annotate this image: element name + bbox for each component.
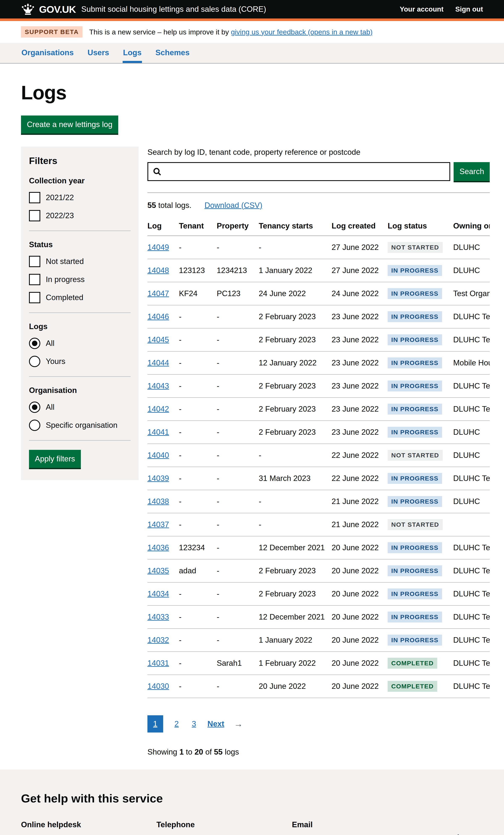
- filters-heading: Filters: [29, 156, 130, 166]
- cell-owning-organisation: DLUHC: [453, 444, 490, 467]
- filter-divider: [29, 312, 130, 313]
- checkbox-icon[interactable]: [29, 274, 40, 285]
- checkbox-icon[interactable]: [29, 292, 40, 303]
- table-row: 14040---22 June 2022NOT STARTEDDLUHC: [147, 444, 490, 467]
- checkbox-option-not-started[interactable]: Not started: [29, 256, 130, 267]
- checkbox-icon[interactable]: [29, 192, 40, 203]
- radio-option-all[interactable]: All: [29, 402, 130, 413]
- cell-log-status: NOT STARTED: [388, 444, 453, 467]
- status-badge: NOT STARTED: [388, 242, 443, 253]
- status-badge: IN PROGRESS: [388, 588, 442, 599]
- checkbox-icon[interactable]: [29, 210, 40, 221]
- cell-tenant: 123234: [179, 536, 217, 559]
- cell-tenancy-starts: 2 February 2023: [259, 559, 331, 582]
- cell-log-created: 27 June 2022: [331, 259, 388, 282]
- checkbox-option-in-progress[interactable]: In progress: [29, 274, 130, 285]
- log-id-link[interactable]: 14030: [147, 682, 169, 691]
- cell-log-created: 20 June 2022: [331, 629, 388, 652]
- download-csv-link[interactable]: Download (CSV): [204, 201, 262, 210]
- search-button[interactable]: Search: [453, 162, 490, 181]
- cell-log-created: 23 June 2022: [331, 421, 388, 444]
- checkbox-option-2022-23[interactable]: 2022/23: [29, 210, 130, 221]
- log-id-link[interactable]: 14044: [147, 359, 169, 367]
- nav-item-organisations[interactable]: Organisations: [21, 43, 74, 63]
- royal-crest-icon: [437, 834, 479, 835]
- header-link-your-account[interactable]: Your account: [400, 5, 444, 13]
- search-input[interactable]: [147, 162, 450, 181]
- option-label: Not started: [46, 257, 84, 266]
- cell-tenant: -: [179, 328, 217, 351]
- table-row: 14046--2 February 202323 June 2022IN PRO…: [147, 305, 490, 328]
- checkbox-icon[interactable]: [29, 256, 40, 267]
- footer-column-heading: Online helpdesk: [21, 820, 148, 829]
- pagination-page-1[interactable]: 1: [147, 715, 163, 733]
- cell-property: PC123: [217, 282, 259, 305]
- radio-icon[interactable]: [29, 402, 40, 413]
- log-id-link[interactable]: 14039: [147, 474, 169, 483]
- create-lettings-log-button[interactable]: Create a new lettings log: [21, 116, 118, 134]
- log-id-link[interactable]: 14036: [147, 543, 169, 552]
- log-id-link[interactable]: 14037: [147, 520, 169, 529]
- log-id-link[interactable]: 14033: [147, 613, 169, 621]
- cell-property: -: [217, 305, 259, 328]
- cell-owning-organisation: DLUHC Tes: [453, 374, 490, 398]
- radio-icon[interactable]: [29, 338, 40, 349]
- log-id-link[interactable]: 14049: [147, 243, 169, 251]
- cell-log-created: 20 June 2022: [331, 675, 388, 698]
- cell-log-status: IN PROGRESS: [388, 351, 453, 374]
- cell-owning-organisation: DLUHC: [453, 259, 490, 282]
- radio-icon[interactable]: [29, 420, 40, 431]
- service-name[interactable]: Submit social housing lettings and sales…: [81, 5, 266, 14]
- log-id-link[interactable]: 14032: [147, 636, 169, 644]
- cell-owning-organisation: DLUHC Tes: [453, 328, 490, 351]
- log-id-link[interactable]: 14042: [147, 405, 169, 413]
- cell-tenant: -: [179, 444, 217, 467]
- log-id-link[interactable]: 14046: [147, 312, 169, 321]
- search-box: [147, 162, 450, 181]
- nav-item-users[interactable]: Users: [87, 43, 109, 63]
- checkbox-option-2021-22[interactable]: 2021/22: [29, 192, 130, 203]
- apply-filters-button[interactable]: Apply filters: [29, 450, 81, 468]
- log-id-link[interactable]: 14041: [147, 428, 169, 436]
- log-id-link[interactable]: 14043: [147, 382, 169, 390]
- total-logs-text: 55 total logs.: [147, 201, 191, 210]
- pagination-next-link[interactable]: Next: [207, 719, 224, 728]
- log-id-link[interactable]: 14040: [147, 451, 169, 460]
- header-link-sign-out[interactable]: Sign out: [455, 5, 483, 13]
- radio-icon[interactable]: [29, 356, 40, 367]
- log-id-link[interactable]: 14034: [147, 590, 169, 598]
- option-label: In progress: [46, 275, 85, 284]
- feedback-link[interactable]: giving us your feedback (opens in a new …: [231, 28, 372, 36]
- cell-property: 1234213: [217, 259, 259, 282]
- cell-tenancy-starts: 1 January 2022: [259, 259, 331, 282]
- status-badge: IN PROGRESS: [388, 265, 442, 276]
- cell-property: -: [217, 398, 259, 421]
- radio-option-yours[interactable]: Yours: [29, 356, 130, 367]
- log-id-link[interactable]: 14047: [147, 289, 169, 298]
- log-id-link[interactable]: 14035: [147, 566, 169, 575]
- log-id-link[interactable]: 14031: [147, 659, 169, 667]
- log-id-link[interactable]: 14045: [147, 335, 169, 344]
- total-count: 55: [147, 201, 156, 209]
- radio-option-all[interactable]: All: [29, 338, 130, 349]
- cell-log-status: IN PROGRESS: [388, 606, 453, 629]
- radio-option-specific-organisation[interactable]: Specific organisation: [29, 420, 130, 431]
- cell-log: 14047: [147, 282, 179, 305]
- table-row: 14031-Sarah11 February 202220 June 2022C…: [147, 652, 490, 675]
- status-badge: IN PROGRESS: [388, 381, 442, 391]
- pagination-page-2[interactable]: 2: [173, 715, 181, 733]
- cell-property: -: [217, 675, 259, 698]
- cell-log: 14046: [147, 305, 179, 328]
- header-brand[interactable]: GOV.UK Submit social housing lettings an…: [21, 4, 266, 15]
- cell-property: Sarah1: [217, 652, 259, 675]
- beta-banner-text: This is a new service – help us improve …: [89, 28, 372, 36]
- nav-item-schemes[interactable]: Schemes: [155, 43, 190, 63]
- log-id-link[interactable]: 14048: [147, 266, 169, 275]
- checkbox-option-completed[interactable]: Completed: [29, 292, 130, 303]
- nav-item-logs[interactable]: Logs: [123, 43, 142, 63]
- showing-prefix: Showing: [147, 748, 179, 756]
- pagination-page-3[interactable]: 3: [190, 715, 198, 733]
- log-id-link[interactable]: 14038: [147, 497, 169, 506]
- cell-owning-organisation: Mobile Hou: [453, 351, 490, 374]
- cell-tenant: -: [179, 513, 217, 536]
